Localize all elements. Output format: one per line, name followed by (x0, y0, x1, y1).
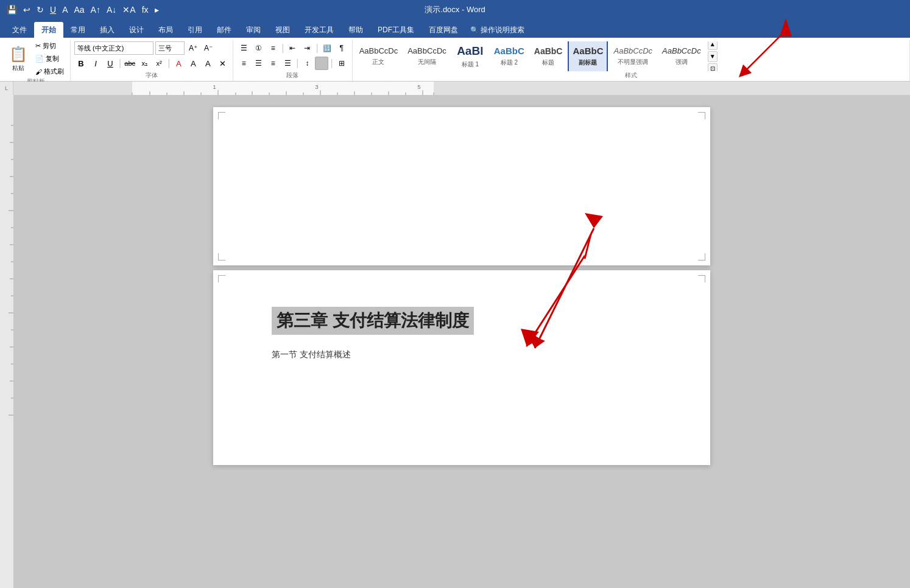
paragraph-group: ☰ ① ≡ | ⇤ ⇥ | 🔢 ¶ ≡ ☰ ≡ ☰ | ↕ | ⊞ 段落 (233, 40, 352, 81)
chapter-title[interactable]: 第三章 支付结算法律制度 (272, 307, 474, 335)
ruler-corner: L (0, 82, 13, 95)
document-area[interactable]: 第三章 支付结算法律制度 第一节 支付结算概述 (13, 95, 910, 588)
show-marks-button[interactable]: ¶ (335, 41, 348, 55)
ruler: L 1 (0, 82, 910, 95)
font-color-quick-icon[interactable]: A (60, 4, 69, 16)
style-heading[interactable]: AaBbC 标题 (530, 41, 567, 71)
tab-file[interactable]: 文件 (5, 22, 34, 38)
title-text: 演示.docx - Word (425, 4, 485, 15)
format-painter-button[interactable]: 🖌 格式刷 (33, 66, 66, 77)
bullets-button[interactable]: ☰ (237, 41, 250, 55)
style-wujiangehu[interactable]: AaBbCcDc 无间隔 (403, 41, 451, 71)
style-heading1[interactable]: AaBl 标题 1 (452, 41, 489, 71)
italic-button[interactable]: I (89, 57, 102, 70)
align-center-button[interactable]: ☰ (252, 57, 265, 70)
styles-scroll-up[interactable]: ▲ (708, 41, 718, 50)
tab-developer[interactable]: 开发工具 (297, 22, 341, 38)
font-color2-button[interactable]: A (201, 57, 214, 70)
increase-indent-button[interactable]: ⇥ (300, 41, 314, 55)
svg-rect-2 (434, 82, 910, 95)
tab-start[interactable]: 开始 (34, 22, 63, 38)
style-heading2[interactable]: AaBbC 标题 2 (490, 41, 529, 71)
tab-baidu[interactable]: 百度网盘 (421, 22, 465, 38)
align-right-button[interactable]: ≡ (266, 57, 280, 70)
shrink-font-icon[interactable]: A↓ (105, 4, 118, 16)
bold-button[interactable]: B (74, 57, 88, 70)
corner-tr2 (698, 275, 705, 282)
clear-format-icon[interactable]: ✕A (121, 4, 137, 16)
page-2: 第三章 支付结算法律制度 第一节 支付结算概述 (213, 270, 710, 465)
tab-pdf-tools[interactable]: PDF工具集 (370, 22, 421, 38)
undo-icon[interactable]: ↩ (21, 4, 32, 16)
decrease-indent-button[interactable]: ⇤ (286, 41, 299, 55)
svg-text:1: 1 (213, 84, 216, 90)
tab-references[interactable]: 引用 (180, 22, 210, 38)
subscript-button[interactable]: x₂ (138, 57, 151, 70)
borders-button[interactable]: ⊞ (335, 57, 348, 70)
line-spacing-button[interactable]: ↕ (300, 57, 314, 70)
grow-font-button[interactable]: A⁺ (186, 41, 200, 55)
styles-scroll-down[interactable]: ▼ (708, 51, 718, 62)
style-zhengwen[interactable]: AaBbCcDc 正文 (355, 41, 403, 71)
ribbon-tabs: 文件 开始 常用 插入 设计 布局 引用 邮件 审阅 视图 开发工具 帮助 PD… (0, 19, 910, 38)
ribbon-toolbar: 📋 粘贴 ✂ 剪切 📄 复制 🖌 格式刷 剪贴板 (0, 38, 910, 82)
quick-access-toolbar: 💾 ↩ ↻ U A Aa A↑ A↓ ✕A fx ▸ (5, 4, 161, 16)
clear-format-button[interactable]: ✕ (216, 57, 229, 70)
styles-expand[interactable]: ⊡ (708, 63, 718, 72)
style-subtitle[interactable]: AaBbC 副标题 (568, 41, 608, 71)
page-1 (213, 107, 710, 265)
tab-design[interactable]: 设计 (122, 22, 151, 38)
grow-font-icon[interactable]: A↑ (89, 4, 102, 16)
font-color-button[interactable]: A (172, 57, 185, 70)
svg-text:3: 3 (315, 84, 318, 90)
cut-button[interactable]: ✂ 剪切 (33, 40, 66, 52)
corner-tl (218, 112, 225, 119)
paragraph-group-label: 段落 (237, 71, 348, 80)
sort-button[interactable]: 🔢 (320, 41, 334, 55)
tab-help[interactable]: 帮助 (341, 22, 370, 38)
svg-rect-1 (13, 82, 132, 95)
styles-group-label: 样式 (355, 71, 907, 80)
formula-icon[interactable]: fx (140, 4, 150, 16)
corner-tl2 (218, 275, 225, 282)
style-subtle-emphasis[interactable]: AaBbCcDc 不明显强调 (609, 41, 657, 71)
superscript-button[interactable]: x² (152, 57, 166, 70)
corner-br (698, 253, 705, 261)
underline-button[interactable]: U (104, 57, 117, 70)
tab-common[interactable]: 常用 (63, 22, 93, 38)
underline-toolbar-icon[interactable]: U (48, 4, 58, 16)
tab-layout[interactable]: 布局 (151, 22, 180, 38)
align-left-button[interactable]: ≡ (237, 57, 250, 70)
paste-button[interactable]: 📋 粘贴 (5, 43, 32, 75)
redo-icon[interactable]: ↻ (35, 4, 46, 16)
section-title: 第一节 支付结算概述 (272, 349, 652, 360)
tab-review[interactable]: 审阅 (239, 22, 268, 38)
main-area: 第三章 支付结算法律制度 第一节 支付结算概述 (0, 95, 910, 588)
multilevel-list-button[interactable]: ≡ (266, 41, 280, 55)
corner-tr (698, 112, 705, 119)
copy-button[interactable]: 📄 复制 (33, 53, 66, 65)
tab-mailings[interactable]: 邮件 (210, 22, 239, 38)
text-highlight-button[interactable]: A (186, 57, 200, 70)
save-icon[interactable]: 💾 (5, 4, 19, 16)
tab-insert[interactable]: 插入 (93, 22, 122, 38)
font-group-label: 字体 (74, 71, 229, 80)
shrink-font-button[interactable]: A⁻ (202, 41, 215, 55)
font-group: A⁺ A⁻ B I U | abc x₂ x² | A A A ✕ 字体 (71, 40, 233, 81)
shading-button[interactable] (315, 57, 328, 70)
svg-rect-25 (0, 95, 13, 588)
font-size-aa-icon[interactable]: Aa (72, 4, 86, 16)
tab-view[interactable]: 视图 (268, 22, 297, 38)
corner-bl (218, 253, 225, 261)
font-size-input[interactable] (155, 41, 185, 55)
style-emphasis[interactable]: AaBbCcDc 强调 (658, 41, 705, 71)
strikethrough-button[interactable]: abc (123, 57, 136, 70)
clipboard-group: 📋 粘贴 ✂ 剪切 📄 复制 🖌 格式刷 剪贴板 (2, 40, 71, 81)
page-2-content: 第三章 支付结算法律制度 第一节 支付结算概述 (213, 270, 710, 385)
styles-group: AaBbCcDc 正文 AaBbCcDc 无间隔 AaBl 标题 1 AaBbC… (353, 40, 910, 81)
search-icon[interactable]: 🔍 操作说明搜索 (465, 22, 529, 38)
numbering-button[interactable]: ① (252, 41, 265, 55)
more-icon[interactable]: ▸ (153, 4, 161, 16)
font-name-input[interactable] (74, 41, 153, 55)
justify-button[interactable]: ☰ (281, 57, 294, 70)
